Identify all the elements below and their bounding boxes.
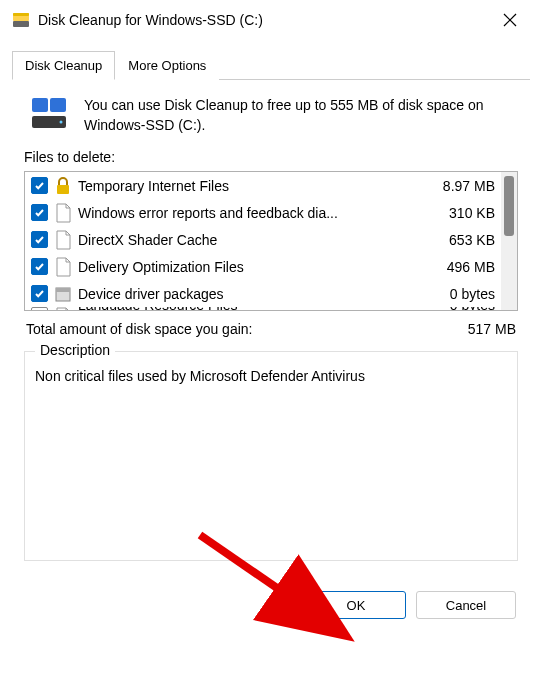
description-group: Description Non critical files used by M… <box>24 351 518 561</box>
file-name: Device driver packages <box>78 286 419 302</box>
file-checkbox[interactable] <box>31 204 48 221</box>
page-icon <box>54 203 72 223</box>
file-checkbox[interactable] <box>31 231 48 248</box>
file-row[interactable]: Language Resource Files0 bytes <box>25 307 501 310</box>
tab-disk-cleanup[interactable]: Disk Cleanup <box>12 51 115 80</box>
total-label: Total amount of disk space you gain: <box>26 321 252 337</box>
file-row[interactable]: Device driver packages0 bytes <box>25 280 501 307</box>
file-size: 310 KB <box>425 205 495 221</box>
svg-rect-11 <box>56 288 70 292</box>
page-icon <box>54 230 72 250</box>
page-icon <box>54 257 72 277</box>
svg-rect-2 <box>13 13 29 16</box>
file-size: 8.97 MB <box>425 178 495 194</box>
file-name: Delivery Optimization Files <box>78 259 419 275</box>
file-row[interactable]: Delivery Optimization Files496 MB <box>25 253 501 280</box>
drive-icon <box>30 96 70 132</box>
close-icon <box>503 13 517 27</box>
svg-rect-6 <box>50 98 66 112</box>
description-text: Non critical files used by Microsoft Def… <box>35 364 507 384</box>
box-icon <box>54 284 72 304</box>
file-row[interactable]: Windows error reports and feedback dia..… <box>25 199 501 226</box>
tab-content: You can use Disk Cleanup to free up to 5… <box>12 80 530 573</box>
disk-cleanup-icon <box>12 11 30 29</box>
intro-text: You can use Disk Cleanup to free up to 5… <box>84 96 518 135</box>
file-size: 0 bytes <box>425 286 495 302</box>
file-checkbox[interactable] <box>31 258 48 275</box>
window-title: Disk Cleanup for Windows-SSD (C:) <box>38 12 490 28</box>
description-legend: Description <box>35 342 115 358</box>
scrollbar-thumb[interactable] <box>504 176 514 236</box>
tab-bar: Disk Cleanup More Options <box>12 50 530 80</box>
files-to-delete-label: Files to delete: <box>24 149 518 165</box>
file-name: DirectX Shader Cache <box>78 232 419 248</box>
file-size: 0 bytes <box>425 307 495 310</box>
close-button[interactable] <box>490 5 530 35</box>
page-icon <box>54 307 72 310</box>
tab-more-options[interactable]: More Options <box>115 51 219 80</box>
file-row[interactable]: DirectX Shader Cache653 KB <box>25 226 501 253</box>
file-size: 496 MB <box>425 259 495 275</box>
file-row[interactable]: Temporary Internet Files8.97 MB <box>25 172 501 199</box>
svg-point-8 <box>60 121 63 124</box>
file-checkbox[interactable] <box>31 307 48 310</box>
titlebar: Disk Cleanup for Windows-SSD (C:) <box>0 0 542 40</box>
ok-button[interactable]: OK <box>306 591 406 619</box>
file-list: Temporary Internet Files8.97 MBWindows e… <box>24 171 518 311</box>
lock-icon <box>54 176 72 196</box>
file-name: Temporary Internet Files <box>78 178 419 194</box>
file-checkbox[interactable] <box>31 177 48 194</box>
file-size: 653 KB <box>425 232 495 248</box>
scrollbar[interactable] <box>501 172 517 310</box>
file-checkbox[interactable] <box>31 285 48 302</box>
svg-rect-5 <box>32 98 48 112</box>
svg-rect-0 <box>13 21 29 27</box>
file-name: Windows error reports and feedback dia..… <box>78 205 419 221</box>
cancel-button[interactable]: Cancel <box>416 591 516 619</box>
svg-rect-9 <box>57 185 69 194</box>
file-name: Language Resource Files <box>78 307 419 310</box>
total-value: 517 MB <box>468 321 516 337</box>
